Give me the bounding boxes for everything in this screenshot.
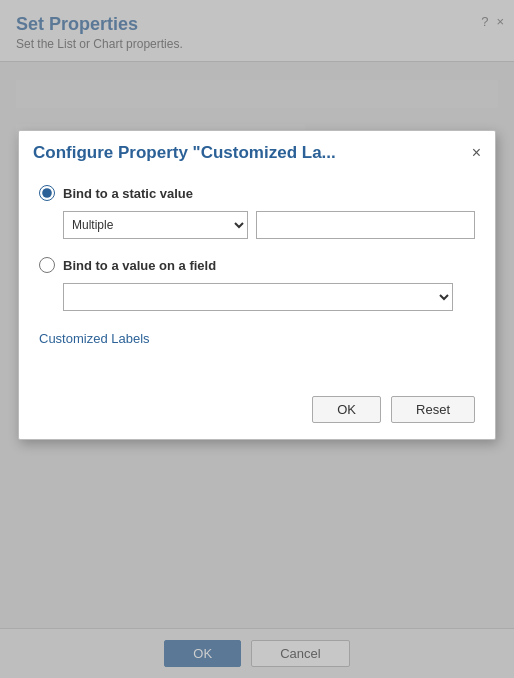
modal-header: Configure Property "Customized La... ×	[19, 131, 495, 171]
modal-footer: OK Reset	[19, 396, 495, 439]
configure-property-modal: Configure Property "Customized La... × B…	[18, 130, 496, 440]
option2-label: Bind to a value on a field	[63, 258, 216, 273]
static-value-inputs: Multiple Single None	[63, 211, 475, 239]
option2-row: Bind to a value on a field	[39, 257, 475, 273]
bind-static-radio[interactable]	[39, 185, 55, 201]
option1-label: Bind to a static value	[63, 186, 193, 201]
static-value-select[interactable]: Multiple Single None	[63, 211, 248, 239]
static-value-text-input[interactable]	[256, 211, 475, 239]
field-dropdown-row	[63, 283, 475, 311]
bind-field-radio[interactable]	[39, 257, 55, 273]
reset-button[interactable]: Reset	[391, 396, 475, 423]
customized-labels-link[interactable]: Customized Labels	[39, 331, 150, 346]
ok-button[interactable]: OK	[312, 396, 381, 423]
modal-body: Bind to a static value Multiple Single N…	[19, 171, 495, 396]
option1-row: Bind to a static value	[39, 185, 475, 201]
modal-close-button[interactable]: ×	[472, 145, 481, 161]
modal-title: Configure Property "Customized La...	[33, 143, 336, 163]
field-select-dropdown[interactable]	[63, 283, 453, 311]
